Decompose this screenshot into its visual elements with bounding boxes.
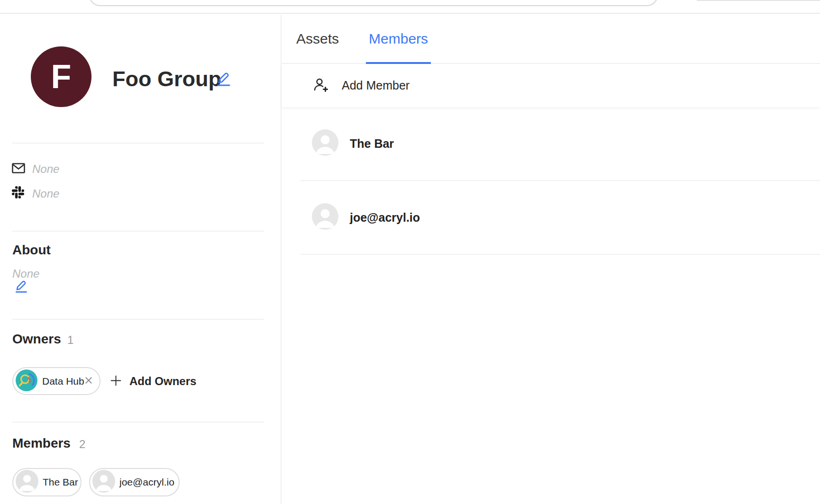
- datahub-logo: [16, 369, 37, 393]
- group-name: Foo Group: [112, 67, 221, 91]
- group-email-value: None: [32, 162, 59, 176]
- close-icon: [85, 377, 92, 386]
- add-owners-button[interactable]: Add Owners: [110, 367, 196, 395]
- divider: [12, 319, 264, 320]
- tab-bar: Assets Members: [282, 15, 820, 64]
- member-chip-label: The Bar: [43, 477, 78, 488]
- user-add-icon: [313, 77, 328, 94]
- add-member-button[interactable]: Add Member: [282, 64, 820, 107]
- members-heading: Members: [12, 436, 71, 451]
- divider: [12, 231, 264, 232]
- divider: [12, 143, 264, 144]
- group-slack-value: None: [32, 187, 59, 200]
- edit-icon: [216, 82, 232, 89]
- group-profile-page: F Foo Group None None Abo: [0, 0, 820, 504]
- owners-heading: Owners: [12, 332, 61, 347]
- tab-assets-label: Assets: [296, 31, 339, 47]
- member-avatar: [312, 203, 338, 232]
- member-list: The Bar joe@acryl.io: [282, 107, 820, 255]
- header-right-element-edge: [697, 0, 820, 1]
- add-owners-label: Add Owners: [129, 375, 196, 388]
- group-avatar: F: [31, 46, 91, 107]
- group-avatar-letter: F: [51, 58, 72, 96]
- tab-members[interactable]: Members: [369, 15, 428, 63]
- member-name-link[interactable]: joe@acryl.io: [350, 211, 420, 225]
- member-avatar: [312, 129, 338, 158]
- mail-icon: [12, 163, 25, 175]
- about-heading: About: [12, 243, 51, 258]
- tab-members-label: Members: [369, 31, 428, 47]
- slack-icon: [12, 186, 24, 200]
- member-name-link[interactable]: The Bar: [350, 137, 394, 151]
- top-header: [0, 0, 820, 14]
- plus-icon: [110, 375, 122, 388]
- remove-owner-button[interactable]: [85, 378, 92, 385]
- row-divider: [301, 254, 820, 255]
- owner-chip[interactable]: Data Hub: [12, 367, 100, 395]
- owners-count: 1: [67, 333, 73, 347]
- user-avatar-icon: [16, 470, 38, 495]
- edit-group-name-button[interactable]: [215, 70, 232, 89]
- search-bar[interactable]: [89, 0, 658, 6]
- members-count: 2: [79, 438, 85, 451]
- user-avatar-icon: [92, 470, 115, 495]
- edit-about-button[interactable]: [14, 278, 29, 295]
- member-chip-label: joe@acryl.io: [119, 477, 174, 488]
- group-content-panel: Assets Members Add Member: [281, 15, 820, 504]
- group-sidebar: F Foo Group None None Abo: [0, 15, 281, 504]
- divider: [12, 422, 264, 423]
- member-chip[interactable]: joe@acryl.io: [89, 468, 180, 496]
- tab-assets[interactable]: Assets: [296, 15, 339, 63]
- member-chip[interactable]: The Bar: [12, 468, 82, 496]
- add-member-label: Add Member: [342, 79, 410, 92]
- edit-icon: [14, 288, 28, 296]
- member-row[interactable]: joe@acryl.io: [282, 181, 820, 254]
- owner-chip-label: Data Hub: [42, 376, 84, 387]
- member-row[interactable]: The Bar: [282, 107, 820, 180]
